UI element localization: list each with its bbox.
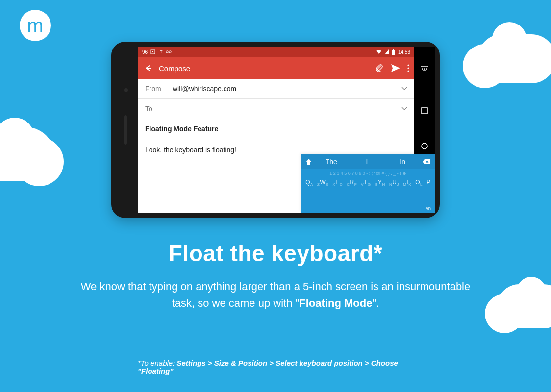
backspace-key[interactable] (422, 159, 431, 165)
send-icon (391, 64, 401, 73)
keyboard-number-row[interactable]: 1 2 3 4 5 6 7 8 9 0 - : ; ' @ # ( ) . _ … (301, 169, 435, 176)
floating-keyboard[interactable]: The I In 1 2 3 4 5 6 7 8 9 0 - : ; ' @ #… (301, 154, 435, 213)
svg-point-7 (407, 67, 409, 69)
footnote: *To enable: Settings > Size & Position >… (138, 359, 413, 375)
image-icon (150, 49, 155, 54)
from-field[interactable]: From will@whirlscape.com (138, 79, 414, 99)
phone-speaker (124, 115, 127, 145)
recent-apps-button[interactable] (421, 107, 428, 115)
status-bar: 96 -T 14:53 (138, 47, 414, 57)
status-time: 14:53 (398, 49, 410, 55)
svg-point-8 (407, 70, 409, 72)
wifi-icon (376, 49, 382, 54)
from-label: From (145, 85, 173, 93)
hero-title: Float the keyboard* (75, 240, 476, 267)
battery-icon (392, 49, 395, 55)
overflow-menu-button[interactable] (407, 64, 409, 72)
shift-icon (305, 158, 312, 165)
home-button[interactable] (421, 142, 428, 150)
keyboard-letter-row[interactable]: QA ZWS XED CRF VTG BYH NUJ MIK OL P (301, 176, 435, 190)
chevron-down-icon (401, 87, 407, 91)
svg-rect-17 (422, 108, 427, 114)
keyboard-lang[interactable]: en (301, 206, 435, 213)
svg-rect-4 (392, 50, 395, 55)
cloud-decoration (497, 284, 551, 328)
phone-screen: 96 -T 14:53 Compose (138, 47, 435, 213)
back-button[interactable] (143, 64, 152, 73)
cloud-decoration (0, 127, 54, 181)
paperclip-icon (375, 64, 384, 73)
body-value: Look, the keyboard is floating! (145, 146, 236, 154)
subject-value: Floating Mode Feature (145, 125, 218, 133)
svg-point-15 (424, 69, 425, 70)
to-label: To (145, 105, 173, 113)
brand-logo: m (20, 10, 51, 41)
cell-signal-icon (385, 49, 389, 54)
svg-point-2 (169, 51, 171, 53)
appbar-title: Compose (159, 64, 190, 73)
send-button[interactable] (391, 64, 401, 73)
to-expand-button[interactable] (401, 107, 407, 111)
shift-key[interactable] (305, 158, 312, 165)
from-expand-button[interactable] (401, 87, 407, 91)
to-field[interactable]: To (138, 99, 414, 119)
chevron-down-icon (401, 107, 407, 111)
svg-point-6 (407, 64, 409, 66)
phone-mockup: 96 -T 14:53 Compose (111, 42, 440, 218)
attach-button[interactable] (375, 64, 384, 73)
svg-point-18 (422, 143, 427, 149)
voicemail-icon (166, 50, 172, 54)
more-vert-icon (407, 64, 409, 72)
svg-point-11 (422, 68, 423, 69)
suggestion-2[interactable]: I (351, 158, 384, 166)
phone-camera (124, 88, 128, 92)
suggestion-3[interactable]: In (386, 158, 419, 166)
svg-point-14 (422, 69, 423, 70)
cloud-decoration (477, 34, 551, 83)
brand-logo-letter: m (27, 15, 43, 37)
ime-switch-button[interactable] (421, 65, 428, 73)
status-battery-pct-icon: 96 (142, 49, 148, 55)
svg-point-13 (426, 68, 427, 69)
svg-point-16 (426, 69, 427, 70)
text-indicator-icon: -T (158, 49, 163, 54)
svg-point-1 (166, 51, 168, 53)
hero-body: We know that typing on anything larger t… (75, 278, 476, 312)
square-icon (421, 107, 428, 114)
svg-point-12 (424, 68, 425, 69)
svg-rect-5 (393, 49, 394, 50)
suggestion-1[interactable]: The (315, 158, 348, 166)
subject-field[interactable]: Floating Mode Feature (138, 119, 414, 139)
compose-app-bar: Compose (138, 57, 414, 79)
from-value: will@whirlscape.com (173, 85, 236, 93)
keyboard-small-icon (421, 66, 428, 72)
arrow-left-icon (143, 64, 152, 73)
hero-copy: Float the keyboard* We know that typing … (75, 240, 476, 312)
circle-icon (421, 142, 428, 150)
backspace-icon (422, 159, 431, 165)
